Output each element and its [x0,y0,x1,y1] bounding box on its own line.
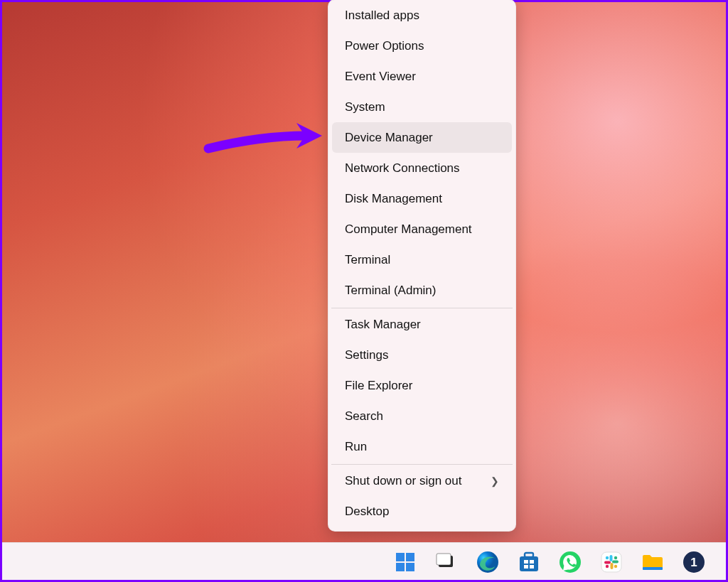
svg-text:1: 1 [690,556,697,569]
winx-context-menu: Installed apps Power Options Event Viewe… [328,0,516,532]
svg-rect-3 [406,563,414,571]
slack-button[interactable] [599,550,623,574]
menu-item-label: Event Viewer [345,70,416,82]
menu-item-label: Device Manager [345,131,433,144]
menu-separator [331,464,513,465]
menu-separator [331,308,513,308]
menu-item-shutdown-signout[interactable]: Shut down or sign out ❯ [332,465,512,496]
menu-item-network-connections[interactable]: Network Connections [332,153,512,183]
menu-item-disk-management[interactable]: Disk Management [332,183,512,214]
svg-rect-16 [612,560,619,563]
svg-point-22 [606,564,609,567]
menu-item-device-manager[interactable]: Device Manager [332,122,512,153]
menu-item-run[interactable]: Run [332,431,512,462]
menu-item-search[interactable]: Search [332,401,512,431]
menu-item-label: Desktop [345,505,389,517]
screenshot-frame: Installed apps Power Options Event Viewe… [0,0,728,582]
whatsapp-button[interactable] [558,550,582,574]
menu-item-label: Search [345,410,383,422]
menu-item-label: System [345,101,385,113]
svg-rect-11 [524,565,528,568]
svg-rect-9 [524,560,528,564]
menu-item-terminal-admin[interactable]: Terminal (Admin) [332,275,512,306]
file-explorer-button[interactable] [641,550,665,574]
menu-item-label: Disk Management [345,193,442,205]
svg-rect-8 [525,553,533,557]
task-view-icon [434,550,459,574]
microsoft-store-button[interactable] [517,550,541,574]
windows-logo-icon [393,550,417,574]
edge-icon [476,550,500,574]
slack-icon [599,550,623,574]
menu-item-label: Network Connections [345,162,460,174]
menu-item-computer-management[interactable]: Computer Management [332,214,512,244]
menu-item-label: Run [345,441,367,453]
menu-item-label: Power Options [345,40,424,52]
microsoft-store-icon [517,550,541,574]
svg-rect-15 [610,555,613,561]
svg-rect-18 [604,561,611,564]
taskbar-icons: 1 [393,543,706,581]
start-button[interactable] [393,550,417,574]
menu-item-task-manager[interactable]: Task Manager [332,309,512,340]
menu-item-label: Installed apps [345,9,419,21]
menu-item-power-options[interactable]: Power Options [332,31,512,61]
svg-point-21 [614,564,617,567]
svg-rect-12 [530,565,534,568]
menu-item-settings[interactable]: Settings [332,340,512,370]
menu-item-terminal[interactable]: Terminal [332,244,512,275]
chevron-right-icon: ❯ [491,476,499,486]
whatsapp-icon [558,550,582,574]
folder-icon [641,550,665,574]
menu-item-label: File Explorer [345,379,412,392]
menu-item-file-explorer[interactable]: File Explorer [332,370,512,401]
svg-rect-5 [437,554,451,565]
menu-item-label: Terminal [345,254,390,266]
menu-item-desktop[interactable]: Desktop [332,496,512,527]
circle-app-icon: 1 [682,550,706,574]
svg-rect-17 [611,563,614,569]
menu-item-label: Shut down or sign out [345,475,461,487]
menu-item-system[interactable]: System [332,92,512,122]
app-button[interactable]: 1 [682,550,706,574]
menu-item-event-viewer[interactable]: Event Viewer [332,61,512,92]
svg-rect-1 [406,553,414,561]
svg-point-19 [606,556,609,559]
menu-item-installed-apps[interactable]: Installed apps [332,0,512,31]
svg-rect-2 [396,563,405,571]
svg-rect-23 [643,567,663,570]
task-view-button[interactable] [434,550,459,574]
svg-point-20 [614,556,617,559]
svg-rect-10 [530,560,534,564]
svg-rect-0 [396,553,405,561]
menu-item-label: Computer Management [345,223,472,235]
svg-rect-7 [520,556,538,571]
taskbar: 1 [2,542,726,580]
edge-button[interactable] [476,550,500,574]
menu-item-label: Terminal (Admin) [345,284,436,296]
menu-item-label: Task Manager [345,318,421,330]
menu-item-label: Settings [345,349,388,361]
